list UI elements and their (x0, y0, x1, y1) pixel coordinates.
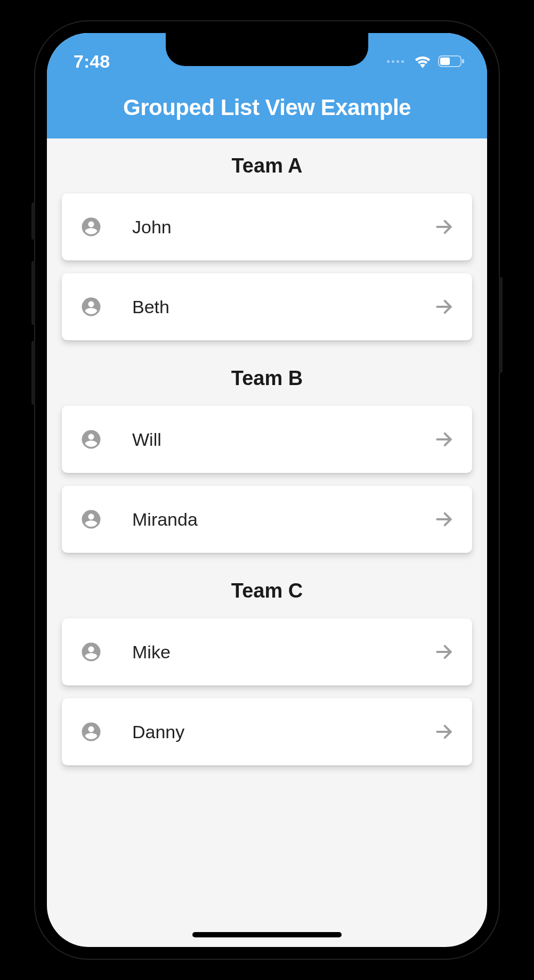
arrow-right-icon (434, 297, 454, 317)
home-indicator[interactable] (192, 932, 342, 937)
arrow-right-icon (434, 509, 454, 529)
battery-icon (438, 54, 466, 68)
group-header: Team A (47, 141, 487, 188)
cellular-dots-icon (387, 60, 404, 63)
wifi-icon (414, 54, 432, 68)
list-item-name: Miranda (132, 509, 434, 530)
list-item[interactable]: John (62, 193, 472, 260)
list-item[interactable]: Beth (62, 273, 472, 340)
arrow-right-icon (434, 722, 454, 742)
person-icon (80, 641, 102, 663)
list-item-name: Danny (132, 722, 434, 742)
list-item-name: Beth (132, 297, 434, 317)
side-button (499, 277, 503, 373)
svg-rect-2 (462, 59, 464, 63)
person-icon (80, 216, 102, 238)
group-header: Team B (47, 353, 487, 401)
side-button (31, 261, 35, 325)
status-time: 7:48 (74, 51, 110, 72)
page-title: Grouped List View Example (58, 95, 476, 120)
notch (166, 33, 368, 66)
screen: 7:48 Grouped List View Example Team (47, 33, 487, 947)
app-bar: Grouped List View Example (47, 80, 487, 138)
list-item[interactable]: Mike (62, 618, 472, 685)
list-item[interactable]: Will (62, 406, 472, 473)
grouped-list[interactable]: Team A John Beth Team B Will Miranda (47, 138, 487, 789)
svg-rect-1 (440, 58, 450, 65)
side-button (31, 341, 35, 405)
status-icons (387, 54, 466, 68)
person-icon (80, 296, 102, 318)
list-item[interactable]: Danny (62, 698, 472, 765)
list-item-name: Will (132, 429, 434, 450)
group-header: Team C (47, 566, 487, 613)
person-icon (80, 508, 102, 530)
side-button (31, 202, 35, 240)
list-item-name: John (132, 217, 434, 238)
phone-frame: 7:48 Grouped List View Example Team (35, 21, 499, 959)
arrow-right-icon (434, 429, 454, 450)
person-icon (80, 428, 102, 451)
arrow-right-icon (434, 642, 454, 662)
arrow-right-icon (434, 217, 454, 237)
list-item[interactable]: Miranda (62, 486, 472, 553)
person-icon (80, 721, 102, 743)
list-item-name: Mike (132, 642, 434, 663)
